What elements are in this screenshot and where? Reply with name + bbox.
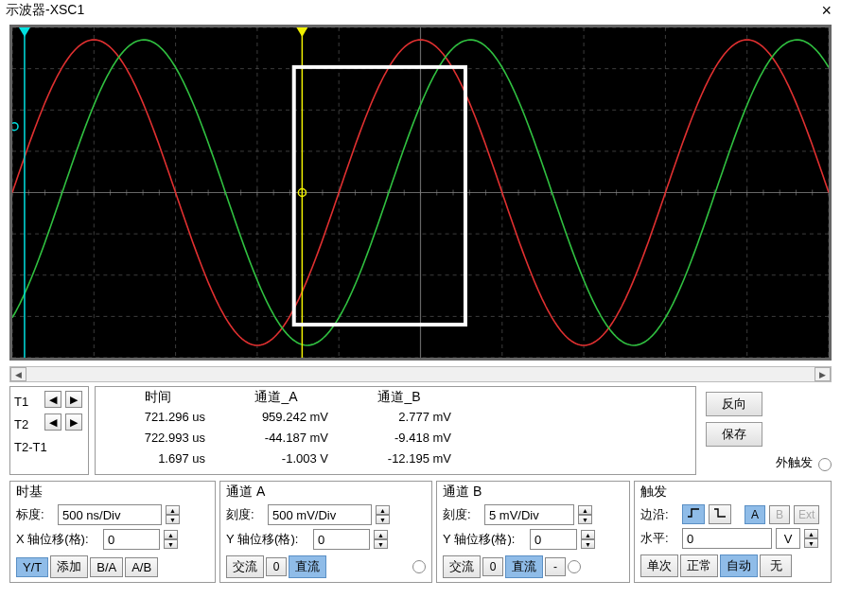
readout-hd-chb: 通道_B [338,389,461,410]
timebase-scale-input[interactable] [58,504,162,525]
cha-yoff-label: Y 轴位移(格): [226,531,309,548]
side-buttons: 反向 保存 [702,386,766,475]
trig-auto-button[interactable]: 自动 [720,554,758,577]
trig-edge-label: 边沿: [640,506,678,523]
t2-left-button[interactable]: ◀ [44,414,61,431]
window-title: 示波器-XSC1 [6,2,84,19]
falling-edge-icon [713,507,727,519]
rising-edge-icon [687,507,700,519]
svg-text:2: 2 [305,28,309,38]
timebase-xoff-input[interactable] [103,529,160,550]
cha-ac-button[interactable]: 交流 [226,555,264,578]
scope-display[interactable]: 12 [9,25,832,361]
t2-time: 722.993 us [101,431,215,451]
trig-none-button[interactable]: 无 [760,554,792,577]
t1-time: 721.296 us [101,410,215,431]
time-scrollbar[interactable]: ◀ ▶ [9,366,832,382]
t1-right-button[interactable]: ▶ [65,391,82,408]
timebase-header: 时基 [16,484,209,501]
chb-scale-label: 刻度: [443,506,481,523]
svg-point-79 [12,123,18,131]
cha-yoff-spinner[interactable]: ▲▼ [374,530,388,549]
cha-header: 通道 A [226,484,426,501]
chb-invert-button[interactable]: - [545,557,566,576]
cursor-diff-label: T2-T1 [14,436,84,457]
trig-level-spinner[interactable]: ▲▼ [804,529,818,548]
cursor-readout: 时间 通道_A 通道_B 721.296 us 959.242 mV 2.777… [95,386,696,475]
close-icon[interactable]: × [817,4,835,17]
ext-trigger: 外触发 [772,386,832,475]
trig-level-label: 水平: [640,530,678,547]
trig-src-b-button[interactable]: B [769,505,790,524]
t1-cha: 959.242 mV [215,410,338,431]
diff-chb: -12.195 mV [338,451,461,472]
chb-scale-spinner[interactable]: ▲▼ [578,505,592,524]
svg-rect-77 [294,67,465,325]
diff-cha: -1.003 V [215,451,338,472]
chb-yoff-spinner[interactable]: ▲▼ [581,530,595,549]
trig-level-input[interactable] [682,528,772,549]
ext-trig-indicator[interactable] [818,458,832,471]
chb-yoff-input[interactable] [530,529,577,550]
channel-a-group: 通道 A 刻度: ▲▼ Y 轴位移(格): ▲▼ 交流 0 直流 [219,481,432,583]
trig-level-unit[interactable] [776,528,800,549]
trig-src-ext-button[interactable]: Ext [794,505,819,524]
save-button[interactable]: 保存 [706,422,762,447]
timebase-xoff-spinner[interactable]: ▲▼ [164,530,178,549]
cha-scale-input[interactable] [268,504,372,525]
reverse-button[interactable]: 反向 [706,392,762,416]
trig-header: 触发 [640,484,825,501]
cha-probe-indicator[interactable] [412,560,426,573]
scroll-right-icon[interactable]: ▶ [815,367,831,381]
t2-chb: -9.418 mV [338,431,461,451]
ext-trig-label: 外触发 [776,454,813,471]
t1-chb: 2.777 mV [338,410,461,431]
t1-left-button[interactable]: ◀ [44,391,61,408]
cursor-t1-label: T1 [14,391,43,412]
readout-hd-time: 时间 [101,389,215,410]
svg-text:1: 1 [27,28,32,38]
mode-yt-button[interactable]: Y/T [16,557,48,577]
trig-normal-button[interactable]: 正常 [680,554,718,577]
chb-header: 通道 B [443,484,623,501]
timebase-xoff-label: X 轴位移(格): [16,531,99,548]
scroll-left-icon[interactable]: ◀ [10,367,26,381]
trig-rising-button[interactable] [682,504,705,524]
chb-probe-indicator[interactable] [568,560,581,573]
trig-single-button[interactable]: 单次 [640,554,678,577]
cha-zero-button[interactable]: 0 [266,557,287,576]
chb-scale-input[interactable] [484,504,574,525]
mode-ab-button[interactable]: A/B [125,557,158,577]
t2-right-button[interactable]: ▶ [65,414,82,431]
readout-hd-cha: 通道_A [215,389,338,410]
trigger-group: 触发 边沿: A B Ext 水平: ▲▼ 单次 正常 自动 无 [634,481,832,583]
cha-dc-button[interactable]: 直流 [289,555,326,578]
timebase-scale-spinner[interactable]: ▲▼ [166,505,180,524]
trig-src-a-button[interactable]: A [745,505,765,524]
trig-falling-button[interactable] [709,504,731,524]
chb-zero-button[interactable]: 0 [482,557,503,576]
cursor-controls: T1 ◀ ▶ T2 ◀ ▶ T2-T1 [9,386,89,475]
diff-time: 1.697 us [101,451,215,472]
chb-yoff-label: Y 轴位移(格): [443,531,526,548]
timebase-group: 时基 标度: ▲▼ X 轴位移(格): ▲▼ Y/T 添加 B/A A/B [9,481,216,583]
channel-b-group: 通道 B 刻度: ▲▼ Y 轴位移(格): ▲▼ 交流 0 直流 - [436,481,630,583]
cursor-t2-label: T2 [14,414,43,434]
t2-cha: -44.187 mV [215,431,338,451]
mode-ba-button[interactable]: B/A [90,557,123,577]
title-bar: 示波器-XSC1 × [0,0,841,21]
chb-dc-button[interactable]: 直流 [505,555,543,578]
timebase-scale-label: 标度: [16,506,54,523]
mode-add-button[interactable]: 添加 [50,555,88,578]
cha-scale-spinner[interactable]: ▲▼ [376,505,390,524]
cha-yoff-input[interactable] [313,529,370,550]
cha-scale-label: 刻度: [226,506,264,523]
chb-ac-button[interactable]: 交流 [443,555,481,578]
